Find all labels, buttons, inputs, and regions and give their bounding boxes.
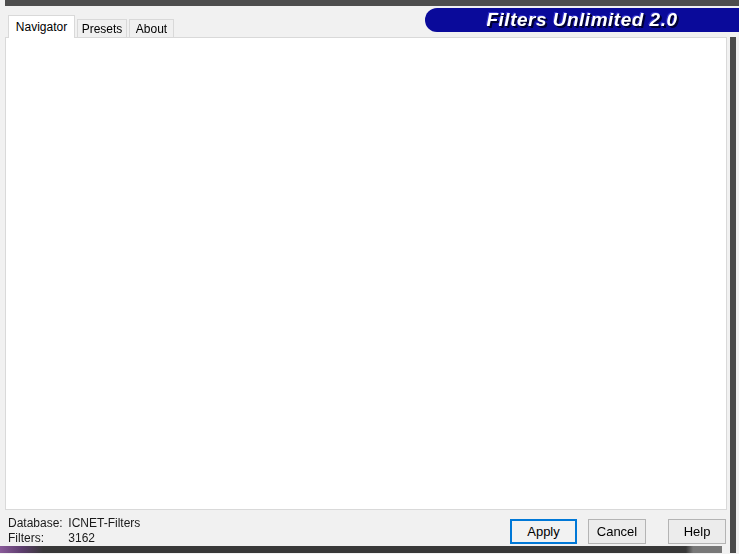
tab-presets[interactable]: Presets bbox=[77, 19, 127, 38]
apply-button[interactable]: Apply bbox=[510, 519, 577, 544]
database-status-row: Database: ICNET-Filters bbox=[8, 516, 140, 531]
navigator-tab-page bbox=[5, 37, 727, 510]
filters-count-label: Filters: bbox=[8, 531, 65, 546]
apply-button-label: Apply bbox=[527, 524, 560, 539]
cancel-button-label: Cancel bbox=[597, 524, 637, 539]
background-window-edge-bottom bbox=[0, 546, 722, 553]
cancel-button[interactable]: Cancel bbox=[588, 519, 646, 544]
filters-unlimited-dialog: Filters Unlimited 2.0 Navigator Presets … bbox=[0, 0, 739, 554]
app-title-banner: Filters Unlimited 2.0 bbox=[425, 8, 739, 32]
background-window-edge-top bbox=[5, 0, 739, 6]
tab-label: Presets bbox=[82, 22, 123, 36]
filters-count-value: 3162 bbox=[68, 531, 95, 545]
help-button[interactable]: Help bbox=[668, 519, 726, 544]
app-title: Filters Unlimited 2.0 bbox=[486, 9, 677, 31]
tab-navigator[interactable]: Navigator bbox=[8, 15, 75, 38]
background-window-edge-right bbox=[730, 37, 736, 553]
database-status-label: Database: bbox=[8, 516, 65, 531]
help-button-label: Help bbox=[684, 524, 711, 539]
tab-about[interactable]: About bbox=[129, 19, 174, 38]
database-status-value: ICNET-Filters bbox=[68, 516, 140, 530]
filters-count-row: Filters: 3162 bbox=[8, 531, 140, 546]
tab-label: Navigator bbox=[16, 20, 67, 34]
status-info: Database: ICNET-Filters Filters: 3162 bbox=[8, 516, 140, 546]
tab-label: About bbox=[136, 22, 167, 36]
